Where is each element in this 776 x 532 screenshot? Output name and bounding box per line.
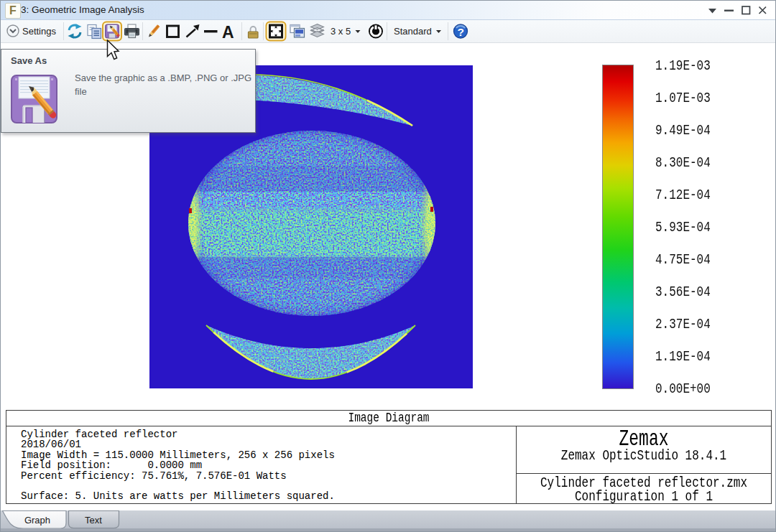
svg-text:Text: Text: [85, 515, 102, 526]
svg-text:?: ?: [457, 26, 463, 38]
svg-text:Graph: Graph: [24, 515, 50, 526]
svg-text:A: A: [222, 23, 234, 42]
